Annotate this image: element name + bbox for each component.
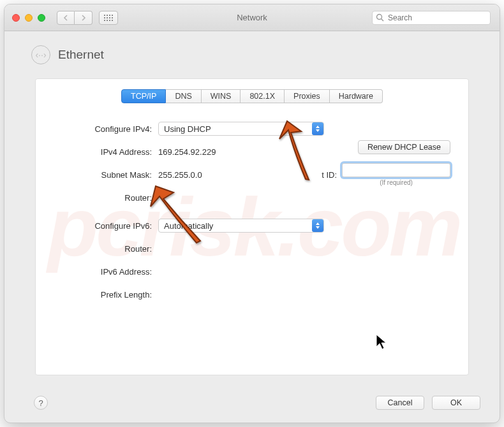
tab-hardware[interactable]: Hardware xyxy=(330,89,383,103)
grid-icon xyxy=(104,15,113,21)
show-all-button[interactable] xyxy=(99,11,118,25)
label-prefix-length: Prefix Length: xyxy=(54,290,158,300)
if-required-hint: (If required) xyxy=(380,179,413,186)
cursor-icon xyxy=(376,334,389,353)
label-configure-ipv6: Configure IPv6: xyxy=(54,221,158,231)
settings-panel: pcrisk.com TCP/IP DNS WINS 802.1X Proxie… xyxy=(35,78,469,375)
search-input[interactable] xyxy=(372,11,491,25)
help-button[interactable]: ? xyxy=(34,396,48,410)
cancel-button[interactable]: Cancel xyxy=(376,396,424,410)
page-title: Ethernet xyxy=(58,48,104,62)
ipv4-address-value: 169.254.92.229 xyxy=(158,147,216,157)
prefs-window: Network ‹··› Ethernet pcrisk.com TCP/IP … xyxy=(4,4,500,423)
label-configure-ipv4: Configure IPv4: xyxy=(54,124,158,134)
tab-bar: TCP/IP DNS WINS 802.1X Proxies Hardware xyxy=(36,89,468,103)
tab-tcpip[interactable]: TCP/IP xyxy=(121,89,166,103)
subnet-mask-value: 255.255.0.0 xyxy=(158,170,202,180)
label-dhcp-client-id: DHCP Client ID: xyxy=(277,170,337,180)
close-window-button[interactable] xyxy=(12,14,20,22)
tab-dns[interactable]: DNS xyxy=(166,89,201,103)
renew-dhcp-lease-button[interactable]: Renew DHCP Lease xyxy=(358,140,450,154)
svg-line-1 xyxy=(382,18,384,21)
ethernet-icon: ‹··› xyxy=(31,45,50,64)
forward-button[interactable] xyxy=(75,11,93,25)
stepper-icon xyxy=(312,122,323,135)
label-ipv6-address: IPv6 Address: xyxy=(54,267,158,277)
footer: ? Cancel OK xyxy=(4,383,500,423)
label-router-ipv6: Router: xyxy=(54,244,158,254)
configure-ipv4-select[interactable]: Using DHCP xyxy=(158,122,324,136)
stepper-icon xyxy=(312,219,323,232)
search-icon xyxy=(376,13,384,24)
label-subnet-mask: Subnet Mask: xyxy=(54,170,158,180)
titlebar: Network xyxy=(4,4,500,31)
svg-point-0 xyxy=(377,14,382,19)
chevron-right-icon xyxy=(81,15,86,21)
tab-wins[interactable]: WINS xyxy=(202,89,241,103)
minimize-window-button[interactable] xyxy=(25,14,33,22)
label-router-ipv4: Router: xyxy=(54,193,158,203)
chevron-left-icon xyxy=(63,15,68,21)
configure-ipv4-value: Using DHCP xyxy=(164,124,211,134)
label-ipv4-address: IPv4 Address: xyxy=(54,147,158,157)
dhcp-client-id-input[interactable] xyxy=(342,163,450,177)
tab-8021x[interactable]: 802.1X xyxy=(241,89,285,103)
configure-ipv6-select[interactable]: Automatically xyxy=(158,219,324,233)
tab-proxies[interactable]: Proxies xyxy=(285,89,330,103)
ok-button[interactable]: OK xyxy=(432,396,480,410)
configure-ipv6-value: Automatically xyxy=(164,221,213,231)
zoom-window-button[interactable] xyxy=(38,14,45,22)
back-button[interactable] xyxy=(57,11,75,25)
